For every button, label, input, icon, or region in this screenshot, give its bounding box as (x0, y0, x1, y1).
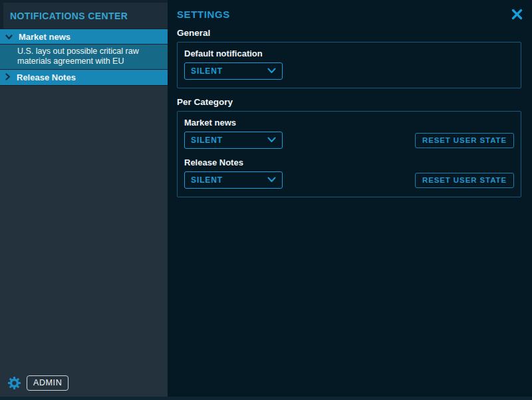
per-category-section-box: Market news SILENT RESET USER STATE Rele… (177, 111, 521, 197)
category-label: Market news (184, 118, 514, 128)
per-category-entry-market-news: Market news SILENT RESET USER STATE (184, 118, 514, 149)
chevron-down-icon (267, 66, 276, 76)
reset-user-state-button-market-news[interactable]: RESET USER STATE (415, 133, 514, 148)
settings-panel: SETTINGS General Default notification SI… (168, 0, 532, 397)
close-button[interactable] (511, 9, 523, 20)
category-label: Market news (19, 32, 70, 42)
notifications-sidebar: NOTIFICATIONS CENTER Market news U.S. la… (0, 0, 168, 397)
default-notification-label: Default notification (184, 49, 514, 58)
category-label: Release Notes (184, 157, 514, 167)
default-notification-dropdown[interactable]: SILENT (184, 62, 283, 80)
release-notes-notification-dropdown[interactable]: SILENT (184, 171, 283, 189)
admin-button[interactable]: ADMIN (27, 375, 68, 391)
sidebar-title: NOTIFICATIONS CENTER (3, 3, 168, 29)
chevron-right-icon (5, 72, 11, 82)
sidebar-header-wrap: NOTIFICATIONS CENTER (0, 0, 168, 29)
sidebar-category-market-news[interactable]: Market news (0, 29, 168, 45)
close-icon (511, 12, 523, 22)
control-row: SILENT RESET USER STATE (184, 171, 514, 189)
dropdown-value: SILENT (191, 175, 223, 185)
settings-header: SETTINGS (168, 0, 532, 20)
market-news-notification-dropdown[interactable]: SILENT (184, 132, 283, 149)
settings-title: SETTINGS (177, 9, 230, 20)
chevron-down-icon (267, 136, 276, 145)
gear-icon (8, 381, 21, 391)
notifications-center-window: NOTIFICATIONS CENTER Market news U.S. la… (0, 0, 532, 400)
dropdown-value: SILENT (191, 66, 223, 76)
chevron-down-icon (5, 32, 13, 42)
reset-user-state-button-release-notes[interactable]: RESET USER STATE (415, 173, 514, 188)
settings-gear-button[interactable] (8, 377, 21, 389)
notification-item-us-eu-raw-materials[interactable]: U.S. lays out possible critical raw mate… (0, 45, 168, 70)
sidebar-category-release-notes[interactable]: Release Notes (0, 70, 168, 86)
control-row: SILENT RESET USER STATE (184, 132, 514, 149)
dropdown-value: SILENT (191, 136, 223, 145)
window-bottom-edge (0, 397, 532, 400)
general-section-heading: General (177, 28, 523, 38)
per-category-section-heading: Per Category (177, 97, 523, 107)
category-label: Release Notes (17, 72, 76, 82)
general-section-box: Default notification SILENT (177, 42, 521, 88)
chevron-down-icon (267, 175, 276, 185)
admin-bar: ADMIN (8, 375, 68, 391)
per-category-entry-release-notes: Release Notes SILENT RESET USER STATE (184, 157, 514, 189)
